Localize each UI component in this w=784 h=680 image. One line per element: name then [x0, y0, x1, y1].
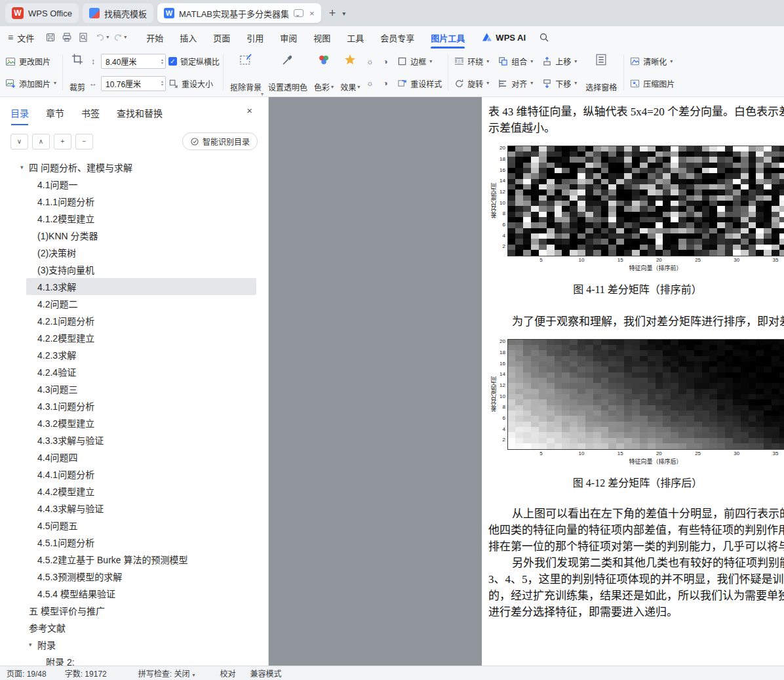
spellcheck-status[interactable]: 拼写检查: 关闭▾	[138, 668, 195, 679]
contrast-up-icon[interactable]: ◑	[379, 55, 392, 68]
width-stepper[interactable]: ▴▾	[161, 80, 163, 87]
print-button[interactable]	[58, 30, 75, 45]
smart-toc-button[interactable]: 智能识别目录	[182, 132, 258, 150]
selection-pane-button[interactable]: 选择窗格	[582, 50, 620, 94]
new-tab-button[interactable]: +	[325, 7, 340, 20]
move-down-button[interactable]: 下移 ▾	[539, 74, 579, 92]
brightness-down-icon[interactable]: ☼	[363, 77, 376, 90]
toc-item[interactable]: 4.2.4验证	[0, 363, 268, 380]
tab-document-active[interactable]: W MATLAB实现基于多分类器集 ×	[157, 3, 321, 23]
toc-item[interactable]: ▾四 问题分析、建模与求解	[0, 159, 268, 176]
brightness-up-icon[interactable]: ☼	[363, 55, 376, 68]
undo-button[interactable]: ▾	[95, 32, 109, 43]
toc-item[interactable]: 4.2.3求解	[0, 346, 268, 363]
rotate-button[interactable]: 旋转 ▾	[452, 74, 492, 92]
height-input[interactable]: 8.40厘米 ▴▾	[101, 54, 166, 69]
toc-item[interactable]: 参考文献	[0, 619, 268, 636]
sidebar-close-icon[interactable]: ×	[246, 105, 252, 116]
color-button[interactable]: 色彩 ▾	[311, 50, 337, 94]
tab-close-icon[interactable]: ×	[309, 9, 315, 18]
sidebar-tab[interactable]: 章节	[46, 106, 64, 119]
sidebar-tab[interactable]: 目录	[10, 106, 29, 119]
save-button[interactable]	[42, 30, 58, 45]
menu-tab[interactable]: 图片工具	[431, 26, 465, 49]
toc-item[interactable]: 4.5.2建立基于 Burke 算法的预测模型	[0, 551, 268, 568]
wps-ai-button[interactable]: WPS AI	[482, 32, 526, 43]
toc-item[interactable]: 4.5.3预测模型的求解	[0, 568, 268, 585]
zoom-out-button[interactable]: −	[75, 134, 93, 150]
proofread-button[interactable]: 校对	[220, 668, 235, 679]
menu-tab[interactable]: 引用	[246, 26, 264, 49]
tab-template-store[interactable]: 找稿壳模板	[83, 3, 153, 23]
document-area[interactable]: 表 43 维特征向量，纵轴代表 5x4=20 个差分向量。白色表示差值大 示差值…	[269, 97, 784, 666]
lock-aspect-checkbox[interactable]: ✓ 锁定纵横比	[168, 52, 220, 71]
toc-item[interactable]: (2)决策树	[0, 244, 268, 261]
zoom-in-button[interactable]: +	[54, 134, 71, 150]
toc-item[interactable]: 4.3.3求解与验证	[0, 431, 268, 449]
menu-tab[interactable]: 会员专享	[380, 26, 414, 49]
toc-item[interactable]: 五 模型评价与推广	[0, 602, 268, 619]
toc-item[interactable]: 附录 2:	[0, 653, 268, 666]
set-transparent-button[interactable]: 设置透明色	[265, 50, 311, 94]
expand-all-button[interactable]: ∧	[32, 134, 50, 150]
compress-picture-button[interactable]: 压缩图片	[627, 74, 677, 92]
tab-wps-office[interactable]: W WPS Office	[5, 3, 79, 23]
toc-item[interactable]: 4.4.2模型建立	[0, 483, 268, 500]
reset-size-button[interactable]: 重设大小	[168, 74, 220, 92]
figure-heatmap-after-sort[interactable]: 差分尺度空间 2018161412108642 5101520253035 特征…	[490, 339, 784, 466]
toc-item[interactable]: 4.4问题四	[0, 449, 268, 466]
toc-item[interactable]: 4.5问题五	[0, 517, 268, 534]
figure-heatmap-before-sort[interactable]: 差分尺度空间 2018161412108642 5101520253035 特征…	[490, 146, 784, 272]
toc-expand-icon[interactable]: ▾	[29, 641, 32, 648]
toc-item[interactable]: (1)KNN 分类器	[0, 227, 268, 244]
sharpen-button[interactable]: 清晰化 ▾	[627, 52, 677, 71]
tab-list-caret-icon[interactable]: ▾	[340, 10, 348, 17]
align-button[interactable]: 对齐 ▾	[496, 74, 536, 92]
change-picture-button[interactable]: 更改图片	[3, 52, 59, 71]
menu-tab[interactable]: 页面	[213, 26, 230, 49]
move-up-button[interactable]: 上移 ▾	[539, 52, 579, 71]
toc-item[interactable]: 4.3问题三	[0, 380, 268, 397]
sidebar-tab[interactable]: 书签	[81, 106, 100, 119]
toc-item[interactable]: 4.1.2模型建立	[0, 210, 268, 227]
file-menu[interactable]: ≡ 文件	[8, 31, 34, 44]
toc-item[interactable]: 4.5.4 模型结果验证	[0, 585, 268, 602]
effects-button[interactable]: 效果 ▾	[337, 50, 363, 94]
remove-background-button[interactable]: 抠除背景	[227, 50, 265, 94]
wrap-text-button[interactable]: 环绕 ▾	[452, 52, 492, 71]
menu-tab[interactable]: 视图	[313, 26, 330, 49]
document-page[interactable]: 表 43 维特征向量，纵轴代表 5x4=20 个差分向量。白色表示差值大 示差值…	[482, 97, 784, 666]
toc-item[interactable]: 4.3.2模型建立	[0, 414, 268, 431]
redo-button[interactable]: ▾	[113, 32, 127, 43]
toc-item[interactable]: 4.1问题一	[0, 176, 268, 193]
search-button[interactable]	[539, 32, 549, 43]
toc-item[interactable]: 4.2.2模型建立	[0, 329, 268, 346]
undo-caret-icon[interactable]: ▾	[106, 35, 109, 40]
print-preview-button[interactable]	[75, 30, 91, 45]
border-button[interactable]: 边框 ▾	[395, 52, 444, 71]
ribbon-collapse-icon[interactable]: ▾	[261, 91, 264, 97]
crop-button[interactable]: 裁剪	[66, 50, 88, 94]
width-input[interactable]: 10.76厘米 ▴▾	[101, 76, 166, 91]
add-picture-button[interactable]: 添加图片 ▾	[3, 74, 59, 92]
reset-style-button[interactable]: 重设样式	[395, 74, 444, 92]
menu-tab[interactable]: 插入	[180, 26, 197, 49]
redo-caret-icon[interactable]: ▾	[124, 35, 127, 40]
menu-tab[interactable]: 开始	[146, 26, 163, 49]
toc-item[interactable]: 4.1.1问题分析	[0, 193, 268, 210]
collapse-all-button[interactable]: ∨	[10, 134, 28, 150]
toc-item[interactable]: ▾附录	[0, 636, 268, 653]
toc-expand-icon[interactable]: ▾	[20, 164, 24, 170]
toc-item[interactable]: 4.1.3求解	[0, 278, 268, 295]
contrast-down-icon[interactable]: ◑	[379, 77, 392, 90]
toc-item[interactable]: (3)支持向量机	[0, 261, 268, 278]
menu-tab[interactable]: 工具	[347, 26, 364, 49]
group-button[interactable]: 组合 ▾	[496, 52, 536, 71]
sidebar-tab[interactable]: 查找和替换	[117, 106, 163, 119]
toc-item[interactable]: 4.2问题二	[0, 295, 268, 312]
toc-item[interactable]: 4.5.1问题分析	[0, 534, 268, 551]
toc-item[interactable]: 4.2.1问题分析	[0, 312, 268, 329]
height-stepper[interactable]: ▴▾	[161, 58, 163, 65]
menu-tab[interactable]: 审阅	[280, 26, 297, 49]
toc-item[interactable]: 4.4.1问题分析	[0, 466, 268, 483]
